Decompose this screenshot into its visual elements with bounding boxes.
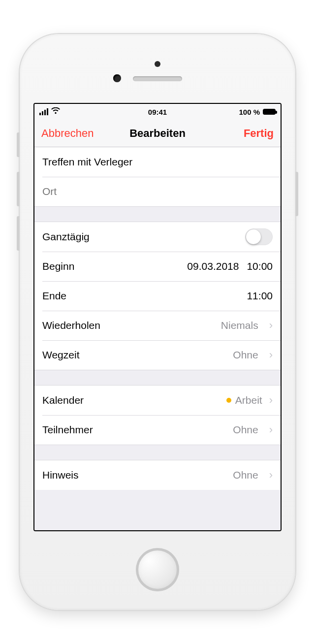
alert-label: Hinweis [42,469,79,481]
start-time-value: 10:00 [247,260,273,272]
group-datetime: Ganztägig Beginn 09.03.2018 10:00 Ende 1… [34,222,281,370]
group-calendar-invitees: Kalender Arbeit › Teilnehmer Ohne › [34,385,281,445]
alert-value: Ohne [233,469,258,481]
calendar-color-dot-icon [226,398,231,403]
group-title-location [34,147,281,207]
end-time-value: 11:00 [247,290,273,302]
row-end[interactable]: Ende 11:00 [34,281,281,311]
chevron-right-icon: › [269,319,273,332]
chevron-right-icon: › [269,394,273,407]
end-label: Ende [42,290,66,302]
repeat-label: Wiederholen [42,320,100,331]
start-label: Beginn [42,260,74,272]
screen: 09:41 100 % Abbrechen Bearbeiten Fertig [33,103,282,531]
invitees-label: Teilnehmer [42,424,93,436]
wifi-icon [51,107,60,116]
row-event-title[interactable] [34,147,281,177]
home-button[interactable] [136,548,179,591]
row-invitees[interactable]: Teilnehmer Ohne › [34,415,281,445]
row-start[interactable]: Beginn 09.03.2018 10:00 [34,252,281,281]
chevron-right-icon: › [269,469,273,482]
row-event-location[interactable] [34,177,281,206]
battery-icon [263,109,276,115]
invitees-value: Ohne [233,424,258,436]
iphone-frame: 09:41 100 % Abbrechen Bearbeiten Fertig [20,34,295,610]
camera-dot-icon [155,61,160,67]
row-allday: Ganztägig [34,222,281,252]
row-calendar[interactable]: Kalender Arbeit › [34,386,281,415]
status-bar: 09:41 100 % [34,104,281,120]
allday-label: Ganztägig [42,231,90,243]
battery-percent: 100 % [239,108,260,116]
mute-switch-icon [17,132,20,157]
allday-toggle[interactable] [245,228,273,245]
nav-bar: Abbrechen Bearbeiten Fertig [34,120,281,147]
chevron-right-icon: › [269,423,273,436]
calendar-value: Arbeit [235,394,262,406]
travel-value: Ohne [233,349,258,361]
repeat-value: Niemals [221,320,258,331]
travel-label: Wegzeit [42,349,79,361]
power-button-icon [295,172,298,216]
row-repeat[interactable]: Wiederholen Niemals › [34,311,281,340]
event-title-input[interactable] [42,147,273,177]
chevron-right-icon: › [269,349,273,361]
front-camera-icon [113,74,121,82]
volume-down-button-icon [17,216,20,251]
form-content[interactable]: Ganztägig Beginn 09.03.2018 10:00 Ende 1… [34,147,281,530]
volume-up-button-icon [17,172,20,206]
event-location-input[interactable] [42,177,273,206]
start-date-value: 09.03.2018 [187,260,239,272]
row-travel-time[interactable]: Wegzeit Ohne › [34,340,281,370]
calendar-label: Kalender [42,394,84,406]
row-alert[interactable]: Hinweis Ohne › [34,460,281,490]
group-alert: Hinweis Ohne › [34,460,281,490]
done-button[interactable]: Fertig [244,127,274,140]
cancel-button[interactable]: Abbrechen [41,127,94,140]
cellular-signal-icon [39,108,48,115]
